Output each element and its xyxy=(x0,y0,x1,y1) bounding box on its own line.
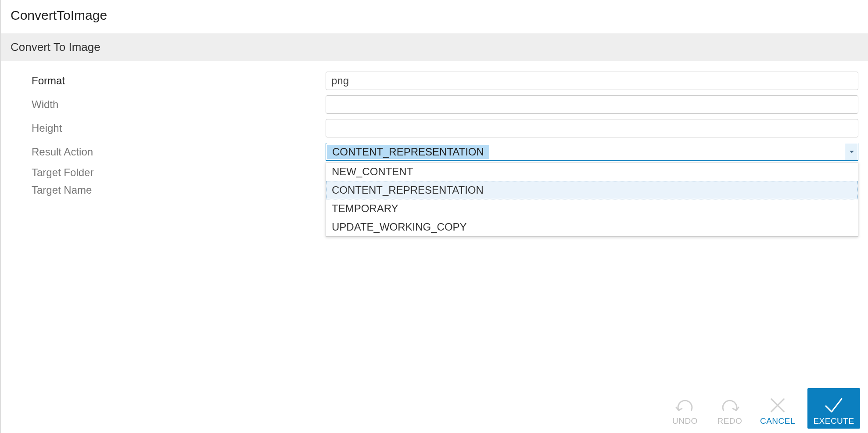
redo-label: REDO xyxy=(717,416,742,426)
label-target-name: Target Name xyxy=(1,184,326,196)
dropdown-option[interactable]: NEW_CONTENT xyxy=(326,162,858,181)
cancel-label: CANCEL xyxy=(760,416,795,426)
width-input[interactable] xyxy=(326,95,858,114)
cancel-button[interactable]: CANCEL xyxy=(757,388,799,429)
close-icon xyxy=(768,394,788,416)
execute-button[interactable]: EXECUTE xyxy=(807,388,860,429)
row-result-action: Result Action CONTENT_REPRESENTATION NEW… xyxy=(1,140,868,164)
label-width: Width xyxy=(1,98,326,111)
label-height: Height xyxy=(1,122,326,134)
label-result-action: Result Action xyxy=(1,146,326,158)
label-target-folder: Target Folder xyxy=(1,166,326,179)
undo-icon xyxy=(675,394,695,416)
result-action-dropdown: NEW_CONTENT CONTENT_REPRESENTATION TEMPO… xyxy=(326,162,858,237)
redo-icon xyxy=(720,394,740,416)
undo-label: UNDO xyxy=(672,416,698,426)
row-format: Format xyxy=(1,69,868,93)
result-action-select[interactable]: CONTENT_REPRESENTATION xyxy=(326,143,858,161)
result-action-value: CONTENT_REPRESENTATION xyxy=(327,145,489,159)
row-width: Width xyxy=(1,93,868,116)
check-icon xyxy=(822,394,845,416)
redo-button[interactable]: REDO xyxy=(712,388,748,429)
row-height: Height xyxy=(1,116,868,140)
dropdown-option[interactable]: TEMPORARY xyxy=(326,199,858,218)
format-input[interactable] xyxy=(326,72,858,90)
dropdown-option[interactable]: CONTENT_REPRESENTATION xyxy=(326,181,858,199)
form-area: Format Width Height Result Action CONTEN… xyxy=(1,61,868,433)
section-header: Convert To Image xyxy=(1,33,868,61)
chevron-down-icon[interactable] xyxy=(845,143,858,160)
page-title: ConvertToImage xyxy=(1,0,868,33)
dropdown-option[interactable]: UPDATE_WORKING_COPY xyxy=(326,218,858,236)
footer-toolbar: UNDO REDO CANCEL EXECUTE xyxy=(667,388,868,433)
undo-button[interactable]: UNDO xyxy=(667,388,703,429)
label-format: Format xyxy=(1,75,326,87)
execute-label: EXECUTE xyxy=(813,416,854,426)
dialog-panel: ConvertToImage Convert To Image Format W… xyxy=(0,0,868,433)
height-input[interactable] xyxy=(326,119,858,137)
